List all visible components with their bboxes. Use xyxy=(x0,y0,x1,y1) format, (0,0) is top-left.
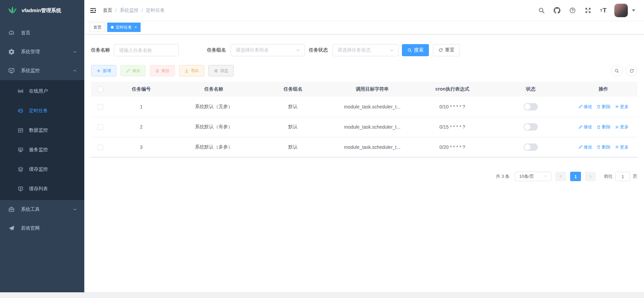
cell-task-group: 默认 xyxy=(254,97,332,117)
sidebar-item-ruoyi-website[interactable]: 若依官网 xyxy=(0,219,84,238)
sidebar-item-data-monitor[interactable]: 数据监控 xyxy=(0,121,84,140)
sidebar-item-system-monitor[interactable]: 系统监控 xyxy=(0,61,84,80)
breadcrumb-home[interactable]: 首页 xyxy=(103,7,112,13)
search-button[interactable]: 搜索 xyxy=(402,44,429,56)
chevron-down-icon xyxy=(296,48,300,53)
pagination: 共 3 条 10条/页 1 前往 页 xyxy=(91,172,637,181)
user-menu[interactable] xyxy=(614,4,639,17)
broadcast-icon xyxy=(18,88,24,94)
navbar-tools: TT xyxy=(534,0,639,21)
task-name-label: 任务名称 xyxy=(91,47,110,53)
sidebar-item-label: 系统监控 xyxy=(21,68,73,74)
search-icon[interactable] xyxy=(534,0,549,21)
app-logo[interactable]: vfadmin管理系统 xyxy=(0,0,84,21)
row-actions: 修改 删除 更多 xyxy=(572,104,635,110)
row-more-link[interactable]: 更多 xyxy=(615,144,629,150)
close-icon[interactable]: × xyxy=(135,25,137,30)
log-button[interactable]: 日志 xyxy=(208,65,234,76)
table-tools xyxy=(611,65,637,76)
sidebar-item-home[interactable]: 首页 xyxy=(0,24,84,42)
table-toolbar: 新增 修改 删除 导出 日志 xyxy=(91,65,637,76)
cell-cron-expression: 0/15 * * * * ? xyxy=(413,117,492,137)
chevron-down-icon xyxy=(544,174,548,179)
sidebar-fold-icon[interactable] xyxy=(89,7,97,14)
tab-dot xyxy=(111,26,114,29)
sidebar-item-system-admin[interactable]: 系统管理 xyxy=(0,42,84,61)
monitor-chart-icon xyxy=(8,67,15,74)
horizontal-scrollbar[interactable] xyxy=(0,292,644,298)
prev-page-button[interactable] xyxy=(555,172,566,181)
status-toggle[interactable] xyxy=(524,143,538,151)
layers-icon xyxy=(18,166,24,172)
task-group-placeholder: 请选择任务组名 xyxy=(236,47,269,53)
cell-task-name: 系统默认（多参） xyxy=(173,137,254,157)
select-all-checkbox[interactable] xyxy=(97,87,103,92)
task-group-select[interactable]: 请选择任务组名 xyxy=(231,44,305,56)
row-delete-link[interactable]: 删除 xyxy=(596,144,611,150)
row-more-link[interactable]: 更多 xyxy=(615,104,629,110)
add-button[interactable]: 新增 xyxy=(91,65,116,76)
sidebar-item-label: 在线用户 xyxy=(29,88,48,94)
avatar[interactable] xyxy=(614,4,628,17)
row-checkbox[interactable] xyxy=(97,144,103,150)
sidebar-item-scheduled-tasks[interactable]: 定时任务 xyxy=(0,101,84,121)
row-actions: 修改 删除 更多 xyxy=(572,124,635,130)
sidebar-item-label: 系统管理 xyxy=(21,49,73,55)
status-toggle[interactable] xyxy=(524,123,538,131)
goto-page-input[interactable] xyxy=(615,172,630,181)
toolbox-icon xyxy=(8,206,15,213)
sidebar-item-label: 数据监控 xyxy=(29,127,48,133)
col-task-group: 任务组名 xyxy=(254,82,332,97)
cell-task-group: 默认 xyxy=(254,137,332,157)
status-toggle[interactable] xyxy=(524,103,538,110)
task-group-label: 任务组名 xyxy=(207,47,226,53)
refresh-icon[interactable] xyxy=(626,65,637,76)
task-status-select[interactable]: 请选择任务状态 xyxy=(332,44,399,56)
caret-down-icon[interactable] xyxy=(632,9,635,11)
table-row: 3 系统默认（多参） 默认 module_task.scheduler_t...… xyxy=(91,137,637,157)
task-name-input[interactable] xyxy=(114,44,179,56)
row-edit-link[interactable]: 修改 xyxy=(578,124,592,130)
next-page-button[interactable] xyxy=(585,172,596,181)
toggle-search-icon[interactable] xyxy=(611,65,622,76)
col-actions: 操作 xyxy=(569,82,637,97)
row-more-link[interactable]: 更多 xyxy=(615,124,629,130)
sidebar-item-cache-monitor[interactable]: 缓存监控 xyxy=(0,160,84,179)
delete-button[interactable]: 删除 xyxy=(150,65,175,76)
page-size-select[interactable]: 10条/页 xyxy=(515,172,551,181)
row-delete-link[interactable]: 删除 xyxy=(596,104,611,110)
row-edit-link[interactable]: 修改 xyxy=(578,104,592,110)
sidebar-item-server-monitor[interactable]: 服务监控 xyxy=(0,140,84,160)
row-checkbox[interactable] xyxy=(97,124,103,130)
sidebar-item-label: 缓存监控 xyxy=(29,166,48,172)
tags-view-bar: 首页 定时任务 × xyxy=(84,21,644,34)
cell-cron-expression: 0/20 * * * * ? xyxy=(413,137,492,157)
github-icon[interactable] xyxy=(549,0,565,21)
row-delete-link[interactable]: 删除 xyxy=(596,124,611,130)
sidebar-item-system-tools[interactable]: 系统工具 xyxy=(0,200,84,219)
help-icon[interactable] xyxy=(565,0,580,21)
tasks-table: 任务编号 任务名称 任务组名 调用目标字符串 cron执行表达式 状态 操作 1… xyxy=(91,82,637,158)
breadcrumb-current: 定时任务 xyxy=(146,7,165,13)
row-edit-link[interactable]: 修改 xyxy=(578,144,592,150)
cell-task-name: 系统默认（有参） xyxy=(173,117,254,137)
reset-button[interactable]: 重置 xyxy=(433,44,460,56)
breadcrumb-separator: / xyxy=(142,8,143,13)
fullscreen-icon[interactable] xyxy=(580,0,596,21)
edit-button[interactable]: 修改 xyxy=(120,65,146,76)
sidebar-item-online-users[interactable]: 在线用户 xyxy=(0,81,84,101)
cell-invoke-target: module_task.scheduler_t... xyxy=(332,97,413,117)
sidebar-item-cache-list[interactable]: 缓存列表 xyxy=(0,179,84,199)
sidebar-item-label: 定时任务 xyxy=(29,108,48,114)
font-size-icon[interactable]: TT xyxy=(596,0,611,21)
breadcrumb: 首页 / 系统监控 / 定时任务 xyxy=(103,7,165,13)
cell-task-name: 系统默认（无参） xyxy=(173,97,254,117)
tab-home[interactable]: 首页 xyxy=(90,23,105,32)
export-button[interactable]: 导出 xyxy=(179,65,204,76)
screen-list-icon xyxy=(18,186,24,192)
page-number-button[interactable]: 1 xyxy=(570,172,581,181)
col-cron-expression: cron执行表达式 xyxy=(413,82,492,97)
cell-task-id: 3 xyxy=(109,137,173,157)
tab-scheduled-tasks[interactable]: 定时任务 × xyxy=(107,23,141,32)
row-checkbox[interactable] xyxy=(97,104,103,110)
